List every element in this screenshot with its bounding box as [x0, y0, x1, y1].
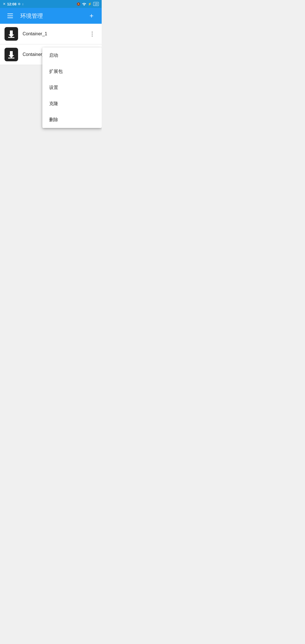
wifi-icon — [82, 2, 86, 6]
svg-rect-6 — [8, 58, 14, 58]
menu-item-settings-label: 设置 — [49, 85, 58, 91]
svg-rect-1 — [10, 31, 13, 34]
container-icon-1 — [5, 27, 18, 41]
status-bar: ✕ 12:08 ⚙ ↕ 🔕 ⚡ 19 — [0, 0, 102, 8]
menu-item-extensions[interactable]: 扩展包 — [42, 64, 102, 80]
more-button-1[interactable]: ⋮ — [87, 29, 97, 39]
menu-item-start[interactable]: 启动 — [42, 47, 102, 64]
menu-item-clone[interactable]: 克隆 — [42, 96, 102, 112]
add-icon: + — [90, 12, 93, 20]
svg-marker-2 — [8, 34, 14, 37]
add-button[interactable]: + — [86, 10, 97, 21]
menu-item-settings[interactable]: 设置 — [42, 80, 102, 96]
status-bar-left: ✕ 12:08 ⚙ ↕ — [3, 2, 24, 6]
content-area: Container_1 ⋮ Container_2 启动 扩展包 设置 克隆 删… — [0, 24, 102, 65]
notification-icon: ✕ — [3, 2, 6, 6]
container-item-1: Container_1 ⋮ — [0, 24, 102, 44]
svg-rect-4 — [10, 51, 13, 55]
status-bar-right: 🔕 ⚡ 19 — [77, 2, 99, 6]
svg-marker-5 — [8, 55, 14, 58]
hamburger-icon — [7, 14, 13, 18]
storage-icon: ↕ — [22, 2, 24, 6]
download-icon-1 — [7, 30, 16, 38]
svg-rect-3 — [8, 37, 14, 38]
app-title: 环境管理 — [20, 12, 86, 20]
usb-icon: ⚙ — [18, 2, 21, 6]
svg-point-0 — [84, 5, 84, 6]
dropdown-menu: 启动 扩展包 设置 克隆 删除 — [42, 47, 102, 128]
menu-button[interactable] — [5, 10, 16, 21]
download-icon-2 — [7, 50, 16, 59]
battery-level: 19 — [93, 2, 99, 6]
menu-item-start-label: 启动 — [49, 53, 58, 58]
menu-item-delete-label: 删除 — [49, 117, 58, 123]
menu-item-delete[interactable]: 删除 — [42, 112, 102, 128]
menu-item-clone-label: 克隆 — [49, 101, 58, 107]
container-icon-2 — [5, 48, 18, 61]
menu-item-extensions-label: 扩展包 — [49, 69, 63, 75]
status-time: 12:08 — [7, 2, 16, 6]
app-bar: 环境管理 + — [0, 8, 102, 24]
mute-icon: 🔕 — [77, 2, 80, 6]
container-name-1: Container_1 — [23, 31, 87, 36]
charging-icon: ⚡ — [88, 2, 92, 6]
